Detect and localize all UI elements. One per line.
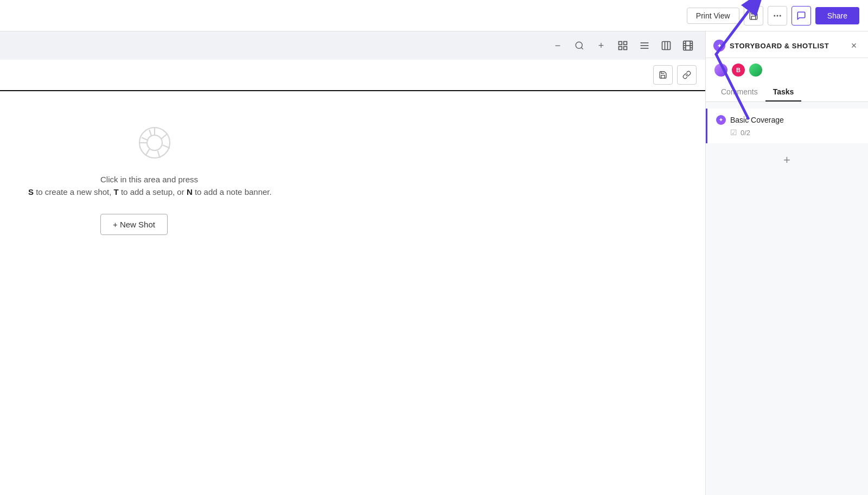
panel-header: ✦ STORYBOARD & SHOTLIST × [706,31,868,58]
right-panel: ✦ STORYBOARD & SHOTLIST × B Comments Tas… [705,31,868,495]
svg-point-0 [774,15,775,16]
canvas-link-button[interactable] [677,65,697,85]
toolbar-row: − + [0,31,705,60]
list-view-button[interactable] [636,37,653,54]
svg-point-1 [776,15,778,16]
canvas-empty-state: Click in this area and press S to create… [0,91,705,268]
grid-view-button[interactable] [614,37,631,54]
print-view-button[interactable]: Print View [687,8,739,24]
panel-title: STORYBOARD & SHOTLIST [730,42,843,50]
svg-point-3 [576,42,582,48]
film-icon [682,40,693,51]
panel-close-button[interactable]: × [847,39,860,52]
save-icon [749,11,758,21]
tab-comments[interactable]: Comments [713,82,765,101]
link-icon [682,71,691,79]
panel-body: ✦ Basic Coverage ☑ 0/2 + [706,102,868,495]
zoom-in-button[interactable]: + [592,37,610,54]
camera-icon-wrap [136,124,174,164]
svg-point-24 [147,135,162,150]
task-name: Basic Coverage [730,116,784,124]
canvas-save-icon [659,71,667,79]
task-item-title: ✦ Basic Coverage [716,115,859,125]
main-layout: − + [0,31,868,495]
share-button[interactable]: Share [815,7,859,24]
canvas-save-button[interactable] [653,65,673,85]
avatar-user3 [748,62,763,78]
svg-line-26 [161,134,168,139]
camera-shutter-icon [136,124,174,162]
svg-line-31 [142,137,148,141]
film-view-button[interactable] [679,37,697,54]
canvas-hint-line2: S to create a new shot, T to add a setup… [28,187,272,196]
task-progress: ☑ 0/2 [716,128,859,137]
panel-avatars: B [706,58,868,82]
ellipsis-icon [773,11,782,21]
svg-rect-12 [662,42,671,50]
list-icon [639,40,650,51]
svg-line-4 [581,47,583,49]
zoom-fit-button[interactable] [571,37,588,54]
panel-logo-icon: ✦ [713,40,725,52]
task-item[interactable]: ✦ Basic Coverage ☑ 0/2 [706,109,868,143]
svg-rect-7 [624,47,627,50]
canvas-area: − + [0,31,705,495]
more-options-button[interactable] [768,6,787,26]
comment-icon-button[interactable] [792,6,811,26]
svg-rect-5 [619,42,622,45]
task-check-icon: ☑ [730,128,737,137]
task-icon: ✦ [716,115,726,125]
grid-icon [617,40,628,51]
zoom-out-button[interactable]: − [549,37,566,54]
canvas-top-actions [0,60,705,91]
new-shot-button[interactable]: + New Shot [100,214,168,235]
avatar-user1 [713,62,729,78]
key-s: S [28,187,34,196]
canvas-hint-line1: Click in this area and press [100,175,198,184]
key-n: N [187,187,193,196]
columns-icon [661,40,672,51]
svg-rect-6 [624,42,627,45]
top-bar: Print View Share [0,0,868,31]
avatar-user2: B [731,62,746,78]
svg-line-32 [149,130,151,136]
panel-tabs: Comments Tasks [706,82,868,102]
task-progress-text: 0/2 [741,129,750,137]
tab-tasks[interactable]: Tasks [765,82,802,101]
canvas-content[interactable]: Click in this area and press S to create… [0,60,705,495]
svg-line-29 [145,149,149,156]
svg-point-2 [779,15,781,16]
zoom-icon [575,41,584,50]
save-icon-button[interactable] [744,6,763,26]
svg-rect-8 [619,47,622,50]
columns-view-button[interactable] [658,37,675,54]
svg-line-27 [163,145,170,148]
comment-icon [796,11,806,21]
key-t: T [114,187,119,196]
add-task-button[interactable]: + [706,144,868,176]
